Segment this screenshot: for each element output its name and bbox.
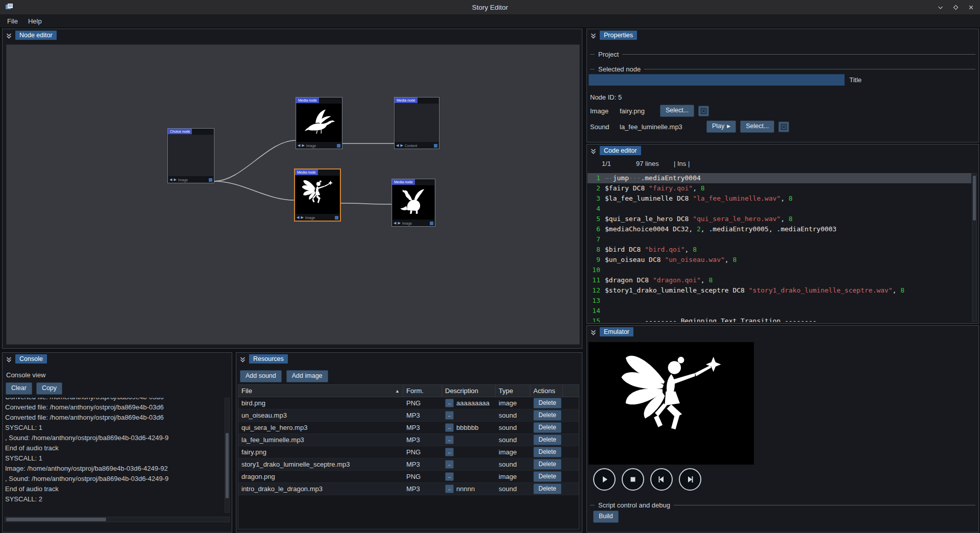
graph-node-bird[interactable]: Media node◀▶Image <box>296 97 342 149</box>
graph-node-dragon[interactable]: Media node◀▶Image <box>391 179 435 227</box>
delete-resource-button[interactable]: Delete <box>533 398 561 408</box>
edit-description-button[interactable]: .. <box>445 472 454 481</box>
code-line[interactable]: 13 <box>587 296 971 306</box>
resource-row[interactable]: qui_sera_le_hero.mp3MP3..bbbbbbsoundDele… <box>238 422 579 434</box>
delete-resource-button[interactable]: Delete <box>533 483 561 494</box>
delete-resource-button[interactable]: Delete <box>533 422 561 433</box>
column-header-type[interactable]: Type <box>496 385 530 397</box>
code-line[interactable]: 8$bird DC8 "bird.qoi", 8 <box>587 245 971 255</box>
select-sound-button[interactable]: Select... <box>740 120 774 133</box>
clear-sound-button[interactable] <box>778 122 789 132</box>
media-next-button[interactable]: ▶ <box>400 143 403 148</box>
edit-description-button[interactable]: .. <box>445 435 454 444</box>
code-vertical-scrollbar[interactable] <box>972 173 977 322</box>
stop-button[interactable] <box>622 468 644 491</box>
edit-description-button[interactable]: .. <box>445 448 454 456</box>
edit-description-button[interactable]: .. <box>445 460 454 469</box>
delete-resource-button[interactable]: Delete <box>533 459 561 470</box>
node-add-button[interactable] <box>430 222 433 225</box>
node-editor-dock-header[interactable]: Node editor <box>3 29 582 41</box>
scrollbar-thumb[interactable] <box>6 518 106 521</box>
minimize-button[interactable] <box>936 3 944 11</box>
step-back-button[interactable] <box>650 468 673 491</box>
resource-row[interactable]: story1_drako_luminelle_sceptre.mp3MP3..s… <box>238 458 579 471</box>
resource-row[interactable]: bird.pngPNG..aaaaaaaaaimageDelete <box>238 397 579 409</box>
delete-resource-button[interactable]: Delete <box>533 434 561 445</box>
edit-description-button[interactable]: .. <box>445 484 454 493</box>
column-header-format[interactable]: Form. <box>403 385 442 397</box>
console-vertical-scrollbar[interactable] <box>225 398 230 513</box>
node-title-input[interactable] <box>589 74 845 86</box>
node-media-preview <box>296 176 339 214</box>
menu-file[interactable]: File <box>2 15 23 27</box>
node-add-button[interactable] <box>434 144 437 148</box>
clear-image-button[interactable] <box>698 106 709 116</box>
media-next-button[interactable]: ▶ <box>398 221 400 225</box>
media-prev-button[interactable]: ◀ <box>169 178 172 182</box>
node-canvas[interactable]: Choice node◀▶ImageMedia node◀▶ImageMedia… <box>6 44 580 345</box>
media-next-button[interactable]: ▶ <box>301 215 303 220</box>
code-line[interactable]: 10 <box>587 265 971 275</box>
code-line[interactable]: 7 <box>587 234 971 245</box>
media-next-button[interactable]: ▶ <box>302 143 304 148</box>
console-horizontal-scrollbar[interactable] <box>5 517 230 522</box>
column-header-description[interactable]: Description <box>442 385 496 397</box>
scrollbar-thumb[interactable] <box>226 433 229 498</box>
media-prev-button[interactable]: ◀ <box>297 215 299 220</box>
add-image-button[interactable]: Add image <box>286 370 328 382</box>
edit-description-button[interactable]: .. <box>445 423 454 432</box>
delete-resource-button[interactable]: Delete <box>533 410 561 421</box>
build-button[interactable]: Build <box>593 511 619 523</box>
code-line[interactable]: 14 <box>587 306 971 316</box>
node-add-button[interactable] <box>337 144 340 148</box>
resources-dock-header[interactable]: Resources <box>236 353 582 365</box>
media-prev-button[interactable]: ◀ <box>394 221 396 225</box>
column-header-actions[interactable]: Actions <box>530 385 563 397</box>
code-line[interactable]: 12$story1_drako_luminelle_sceptre DC8 "s… <box>587 285 971 296</box>
graph-node-content[interactable]: Media node◀▶Content <box>394 97 439 149</box>
maximize-button[interactable] <box>951 3 960 11</box>
scrollbar-thumb[interactable] <box>973 176 976 221</box>
resource-row[interactable]: fairy.pngPNG..imageDelete <box>238 446 579 458</box>
code-line[interactable]: 3$la_fee_luminelle DC8 "la_fee_luminelle… <box>587 193 971 204</box>
emulator-dock-header[interactable]: Emulator <box>587 326 978 338</box>
close-button[interactable] <box>967 3 975 11</box>
resource-row[interactable]: la_fee_luminelle.mp3MP3..soundDelete <box>238 434 579 446</box>
media-next-button[interactable]: ▶ <box>174 178 176 182</box>
column-header-file[interactable]: File ▲ <box>238 385 403 397</box>
graph-node-start[interactable]: Choice node◀▶Image <box>167 128 214 183</box>
clear-console-button[interactable]: Clear <box>6 382 32 395</box>
code-line[interactable]: 11$dragon DC8 "dragon.qoi", 8 <box>587 275 971 285</box>
media-prev-button[interactable]: ◀ <box>396 143 399 148</box>
code-line[interactable]: 15 -------- Beginning Text Transition --… <box>587 316 971 322</box>
edit-description-button[interactable]: .. <box>445 399 454 407</box>
code-line[interactable]: 6$mediaChoice0004 DC32, 2, .mediaEntry00… <box>587 224 971 234</box>
resource-format-cell: MP3 <box>403 409 442 421</box>
code-line[interactable]: 5$qui_sera_le_hero DC8 "qui_sera_le_hero… <box>587 214 971 224</box>
copy-console-button[interactable]: Copy <box>36 382 62 395</box>
select-image-button[interactable]: Select... <box>660 105 694 117</box>
resource-row[interactable]: intro_drako_le_dragon.mp3MP3..nnnnnsound… <box>238 483 579 495</box>
code-line[interactable]: 4 <box>587 204 971 214</box>
add-sound-button[interactable]: Add sound <box>240 370 282 382</box>
properties-dock-header[interactable]: Properties <box>587 29 978 41</box>
media-prev-button[interactable]: ◀ <box>298 143 300 148</box>
edit-description-button[interactable]: .. <box>445 411 454 420</box>
menu-help[interactable]: Help <box>23 15 47 27</box>
graph-node-fairy[interactable]: Media node◀▶Image <box>294 168 341 222</box>
node-add-button[interactable] <box>335 216 338 220</box>
step-forward-button[interactable] <box>679 468 701 491</box>
resource-row[interactable]: un_oiseau.mp3MP3..soundDelete <box>238 409 579 422</box>
play-sound-button[interactable]: Play ▶ <box>706 120 736 133</box>
code-line[interactable]: 9$un_oiseau DC8 "un_oiseau.wav", 8 <box>587 255 971 265</box>
play-button[interactable] <box>593 468 616 491</box>
code-line[interactable]: 2$fairy DC8 "fairy.qoi", 8 <box>587 183 971 193</box>
delete-resource-button[interactable]: Delete <box>533 471 561 482</box>
console-dock-header[interactable]: Console <box>3 353 232 365</box>
delete-resource-button[interactable]: Delete <box>533 447 561 457</box>
code-editor-dock-header[interactable]: Code editor <box>587 144 978 157</box>
code-line[interactable]: 1–·jump···.mediaEntry0004 <box>587 173 971 183</box>
node-add-button[interactable] <box>209 178 212 182</box>
resource-row[interactable]: dragon.pngPNG..imageDelete <box>238 471 579 483</box>
code-lines[interactable]: 1–·jump···.mediaEntry00042$fairy DC8 "fa… <box>587 173 971 322</box>
